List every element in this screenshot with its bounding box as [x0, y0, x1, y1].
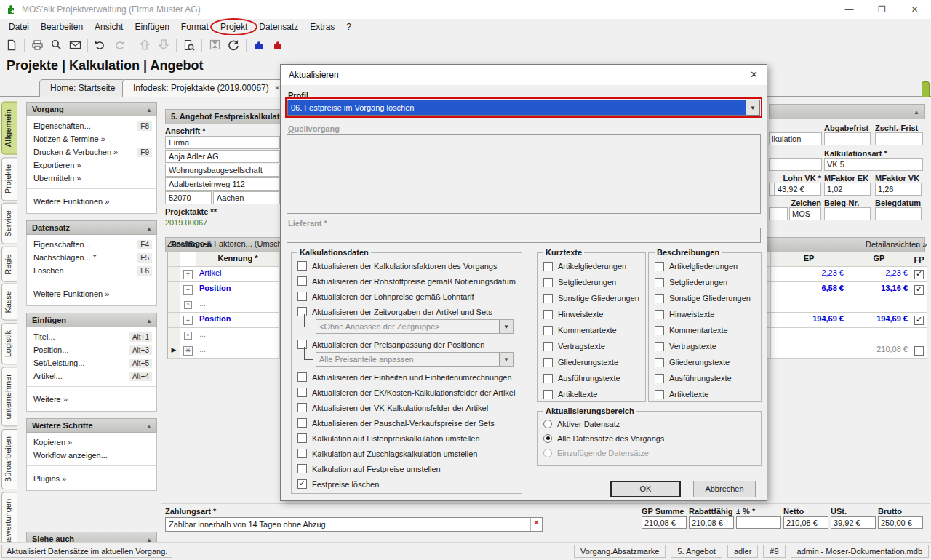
radio-button[interactable] — [543, 434, 552, 443]
sidebar-item[interactable]: Titel...Alt+1 — [27, 330, 156, 343]
tab-infodesk[interactable]: Infodesk: Projektakte (2019.00067)× — [122, 79, 291, 97]
sidebar-item[interactable]: Kopieren » — [27, 436, 156, 449]
checkbox-option[interactable]: Ausführungstexte — [655, 370, 755, 386]
collapse-icon[interactable]: ▲ — [146, 423, 152, 430]
plz-field[interactable]: 52070 — [165, 191, 212, 204]
checkbox-option[interactable]: Artikeltexte — [543, 386, 639, 402]
checkbox-option[interactable]: Kommentartexte — [543, 322, 639, 338]
checkbox[interactable] — [543, 374, 553, 383]
checkbox-option[interactable]: Kalkulation auf Festpreise umstellen — [297, 461, 516, 476]
checkbox[interactable] — [297, 372, 307, 382]
cell-kennung[interactable]: ... — [196, 297, 280, 312]
checkbox[interactable] — [543, 310, 553, 319]
checkbox[interactable] — [297, 276, 307, 286]
checkbox-option[interactable]: Gliederungstexte — [543, 354, 639, 370]
detailansichten-link[interactable]: Detailansichten » — [866, 240, 927, 249]
sidebar-item[interactable]: Übermitteln » — [27, 172, 156, 185]
collapse-icon[interactable]: ▲ — [914, 109, 919, 116]
maximize-button[interactable]: ❐ — [866, 0, 898, 19]
redo-icon[interactable] — [111, 37, 128, 53]
column-gp[interactable]: GP — [847, 252, 911, 266]
checkbox[interactable] — [543, 262, 553, 271]
zschl-frist-field[interactable] — [875, 132, 923, 145]
checkbox-option[interactable]: Vertragstexte — [543, 338, 639, 354]
collapse-icon[interactable]: ▲ — [146, 225, 152, 232]
kalkulationsart-field[interactable]: VK 5 — [824, 158, 923, 171]
checkbox-option[interactable]: Aktualisieren der Lohnpreise gemäß Lohnt… — [297, 289, 516, 304]
checkbox[interactable] — [543, 390, 553, 399]
checkbox-option[interactable]: Aktualisieren der VK-Kalkulationsfelder … — [297, 400, 516, 415]
disabled-combobox[interactable]: <Ohne Anpassen der Zeitgruppe> ▼ — [316, 319, 514, 334]
checkbox[interactable] — [543, 358, 553, 367]
sidebar-item[interactable]: Weitere Funktionen » — [27, 188, 156, 209]
kalkulation-fragment-field[interactable]: lkulation — [769, 132, 822, 145]
clipped-field[interactable] — [769, 183, 775, 196]
abgabefrist-field[interactable] — [824, 132, 871, 145]
dialog-close-icon[interactable]: ✕ — [750, 69, 758, 80]
checkbox-option[interactable]: Sonstige Gliederungen — [543, 290, 639, 306]
checkbox-option[interactable]: Aktualisieren der Pauschal-Verkaufspreis… — [297, 415, 516, 431]
row-selector[interactable]: ▶ — [168, 343, 180, 358]
minimize-button[interactable]: — — [833, 0, 866, 19]
menu-item[interactable]: Datei — [3, 20, 35, 33]
checkbox-option[interactable]: Aktualisieren der EK/Kosten-Kalkulations… — [297, 385, 516, 400]
expand-icon[interactable]: − — [183, 316, 193, 325]
sidebar-item[interactable]: Set/Leistung...Alt+5 — [27, 356, 156, 369]
mfaktor-vk-field[interactable]: 1,26 — [875, 183, 922, 196]
sidebar-item[interactable]: Exportieren » — [27, 159, 156, 172]
sidebar-item[interactable]: Workflow anzeigen... — [27, 449, 156, 462]
checkbox-option[interactable]: Artikelgliederungen — [543, 258, 639, 274]
checkbox[interactable] — [655, 342, 664, 351]
ort-field[interactable]: Aachen — [213, 191, 280, 204]
cell-gp[interactable]: 210,08 € — [847, 343, 911, 358]
mfaktor-ek-field[interactable]: 1,02 — [824, 183, 871, 196]
clear-icon[interactable]: × — [530, 518, 542, 531]
checkbox-option[interactable]: Hinweistexte — [655, 306, 755, 322]
menu-item[interactable]: Projekt — [215, 20, 253, 33]
cell-gp[interactable] — [847, 328, 911, 343]
move-up-icon[interactable] — [136, 37, 153, 53]
cell-gp[interactable]: 2,23 € — [847, 267, 911, 281]
sidebar-item[interactable]: Notizen & Termine » — [27, 132, 156, 145]
row-selector[interactable] — [168, 267, 180, 281]
checkbox[interactable] — [297, 449, 307, 458]
menu-item[interactable]: Extras — [304, 20, 340, 33]
row-selector[interactable] — [168, 297, 180, 312]
workspace-tab[interactable]: Projekte — [1, 157, 17, 201]
sidebar-item[interactable]: Plugins » — [27, 465, 156, 487]
report-preview-icon[interactable] — [180, 37, 198, 53]
fp-checkbox[interactable] — [914, 346, 924, 356]
checkbox[interactable] — [297, 403, 307, 412]
cell-kennung[interactable]: Position — [196, 313, 280, 327]
checkbox-option[interactable]: Kommentartexte — [655, 322, 755, 338]
sidebar-item[interactable]: LöschenF6 — [27, 264, 156, 277]
row-selector[interactable] — [168, 328, 180, 343]
tab-home[interactable]: Home: Startseite — [39, 79, 126, 97]
workspace-tab[interactable]: Allgemein — [1, 102, 17, 155]
checkbox-option[interactable]: Kalkulation auf Listenpreiskalkulation u… — [297, 431, 516, 446]
cell-gp[interactable]: 194,69 € — [847, 313, 911, 327]
workspace-tab[interactable]: Regie — [1, 247, 17, 282]
expand-icon[interactable]: + — [183, 270, 193, 279]
checkbox-option[interactable]: Aktualisieren der Preisanpassung der Pos… — [297, 337, 516, 352]
zeichen-field[interactable]: MOS — [789, 207, 821, 220]
checkbox[interactable] — [543, 342, 553, 351]
collapse-icon[interactable]: ▲ — [146, 107, 152, 113]
checkbox-option[interactable]: Artikelgliederungen — [655, 258, 755, 274]
checkbox[interactable] — [655, 294, 664, 303]
cell-ep[interactable] — [771, 343, 847, 358]
expand-icon[interactable]: ✳ — [183, 346, 193, 356]
plugin-red-icon[interactable] — [269, 37, 287, 53]
lohn-vk-field[interactable]: 43,92 € — [775, 183, 821, 196]
menu-item[interactable]: Einfügen — [129, 20, 175, 33]
column-fp[interactable]: FP — [911, 252, 927, 266]
profil-combobox[interactable]: 06. Festpreise im Vorgang löschen ▼ — [287, 100, 760, 116]
checkbox-option[interactable]: Vertragstexte — [655, 338, 755, 354]
checkbox-option[interactable]: Ausführungstexte — [543, 370, 639, 386]
chevron-down-icon[interactable]: ▼ — [746, 100, 759, 115]
email-icon[interactable] — [66, 37, 84, 53]
cancel-button[interactable]: Abbrechen — [693, 481, 756, 497]
sidebar-item[interactable]: Position...Alt+3 — [27, 343, 156, 356]
cell-kennung[interactable]: ... — [196, 328, 280, 343]
workspace-tab[interactable]: unternehmer — [1, 367, 17, 426]
